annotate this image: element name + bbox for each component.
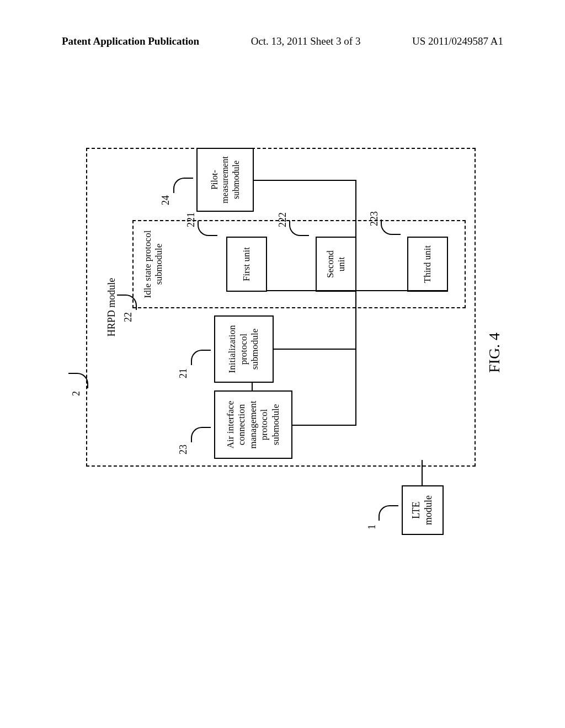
ref-2: 2 [71, 391, 82, 396]
ref-222: 222 [277, 212, 289, 227]
idle-title: Idle state protocol submodule [142, 231, 165, 298]
ref-curve-21 [191, 350, 211, 365]
init-l2: protocol [238, 334, 249, 365]
air-interface-box: Air interface connection management prot… [214, 390, 292, 459]
init-l3: submodule [249, 329, 260, 370]
ref-24: 24 [160, 195, 172, 205]
idle-l1: Idle state protocol [142, 231, 153, 298]
wire-third-vert [355, 290, 447, 291]
wire-init-down [274, 349, 356, 350]
ref-23: 23 [178, 445, 189, 454]
pilot-l1: Pilot- [209, 170, 220, 190]
second-unit-box: Second unit [316, 237, 356, 292]
air-l2: connection [236, 404, 247, 446]
wire-to-pilot-h [355, 181, 356, 220]
third-unit-label: Third unit [422, 245, 433, 283]
ref-curve-1 [379, 505, 398, 521]
wire-first-vert [266, 290, 356, 291]
ref-22: 22 [122, 312, 134, 322]
header-date-sheet: Oct. 13, 2011 Sheet 3 of 3 [251, 35, 361, 47]
lte-label-2: module [423, 495, 435, 525]
hrpd-module-box: HRPD module Air interface connection man… [86, 148, 476, 467]
diagram-area: LTE module 1 HRPD module Air interface c… [86, 142, 479, 539]
air-l3: management [248, 401, 259, 449]
first-unit-label: First unit [241, 247, 252, 281]
ref-curve-23 [191, 427, 211, 442]
header-pub-number: US 2011/0249587 A1 [412, 35, 503, 47]
pilot-l3: submodule [231, 160, 241, 199]
ref-221: 221 [185, 212, 197, 227]
ref-21: 21 [178, 368, 189, 378]
header-publication: Patent Application Publication [62, 35, 199, 47]
second-unit-l2: unit [336, 257, 347, 271]
second-unit-l1: Second [325, 250, 335, 278]
pilot-measurement-box: Pilot- measurement submodule [196, 148, 254, 212]
page-header: Patent Application Publication Oct. 13, … [0, 35, 565, 47]
lte-module-box: LTE module [402, 485, 444, 535]
figure-caption: FIG. 4 [486, 333, 503, 373]
init-protocol-box: Initialization protocol submodule [214, 315, 274, 383]
init-l1: Initialization [227, 325, 238, 373]
hrpd-title: HRPD module [106, 278, 118, 337]
ref-curve-2 [68, 373, 88, 388]
air-l5: submodule [270, 404, 281, 446]
lte-label-1: LTE [411, 501, 423, 518]
idle-l2: submodule [153, 244, 164, 285]
wire-pilot-down [254, 180, 356, 181]
wire-air-down [292, 425, 356, 426]
air-l4: protocol [259, 409, 270, 441]
ref-1: 1 [366, 524, 378, 529]
wire-air-init [252, 383, 253, 390]
first-unit-box: First unit [226, 237, 267, 292]
ref-223: 223 [369, 211, 380, 226]
ref-curve-24 [173, 178, 193, 193]
third-unit-box: Third unit [407, 237, 448, 292]
air-l1: Air interface [225, 401, 236, 448]
pilot-l2: measurement [220, 156, 230, 203]
diagram-content: LTE module 1 HRPD module Air interface c… [86, 142, 479, 535]
